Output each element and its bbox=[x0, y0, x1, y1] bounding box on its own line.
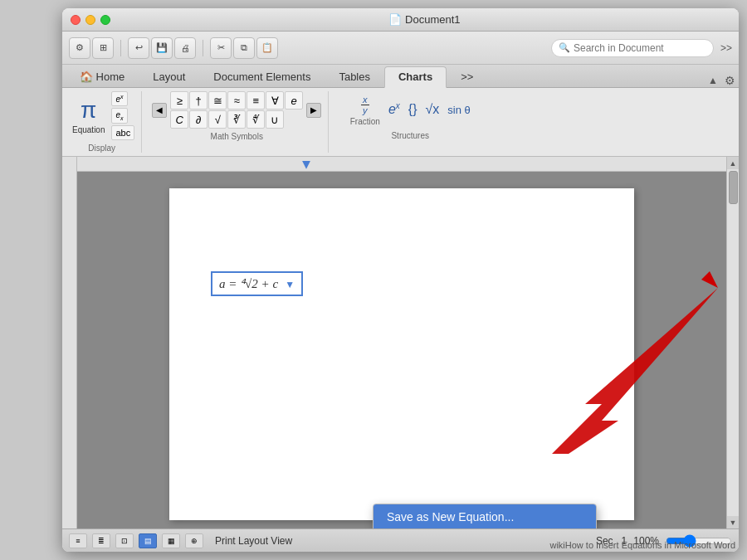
maximize-button[interactable] bbox=[100, 15, 110, 25]
math-sym-partial[interactable]: ∂ bbox=[189, 110, 208, 129]
math-sym-forall[interactable]: ∀ bbox=[266, 91, 284, 110]
toolbar-btn-grid[interactable]: ⊞ bbox=[92, 37, 114, 59]
minimize-button[interactable] bbox=[85, 15, 95, 25]
math-sym-approx[interactable]: ≈ bbox=[227, 91, 246, 110]
view-btn-4-print-layout[interactable]: ▤ bbox=[139, 533, 157, 548]
toolbar-btn-back[interactable]: ↩ bbox=[128, 37, 149, 59]
ribbon-section-math: ◀ ≥ † ≅ ≈ ≡ ∀ e C ∂ √ ∛ ∜ ∪ ▶ M bbox=[152, 91, 329, 153]
equation-box[interactable]: a = ⁴√2 + c ▼ bbox=[211, 271, 303, 296]
view-btn-5[interactable]: ▦ bbox=[162, 533, 180, 548]
watermark: wikiHow to Insert Equations in Microsoft… bbox=[549, 540, 735, 550]
fraction-label: Fraction bbox=[350, 117, 380, 126]
tab-charts[interactable]: Charts bbox=[384, 66, 447, 88]
math-sym-cong[interactable]: ≅ bbox=[208, 91, 227, 110]
ribbon-tabs: 🏠 Home Layout Document Elements Tables C… bbox=[62, 65, 739, 88]
display-item-2[interactable]: ex bbox=[111, 108, 127, 124]
math-sym-4rt[interactable]: ∜ bbox=[247, 110, 265, 129]
math-sym-union[interactable]: ∪ bbox=[266, 110, 284, 129]
struct-braces[interactable]: {} bbox=[405, 100, 421, 119]
view-btn-2[interactable]: ≣ bbox=[92, 533, 110, 548]
struct-items: x y Fraction ex {} √x sin θ bbox=[347, 91, 474, 128]
view-btn-6[interactable]: ⊕ bbox=[185, 533, 203, 548]
equation-label: Equation bbox=[72, 125, 105, 134]
math-nav-left[interactable]: ◀ bbox=[152, 103, 167, 118]
braces-icon: {} bbox=[408, 102, 417, 117]
tab-layout[interactable]: Layout bbox=[139, 66, 199, 87]
toolbar-btn-copy[interactable]: ⧉ bbox=[233, 37, 255, 59]
toolbar-btn-print[interactable]: 🖨 bbox=[174, 37, 196, 59]
ribbon-section-tools: π Equation ex ex abc Display bbox=[69, 91, 142, 153]
scroll-down-btn[interactable]: ▼ bbox=[727, 516, 740, 528]
tab-home[interactable]: 🏠 Home bbox=[66, 66, 139, 87]
ribbon-content: π Equation ex ex abc Display ◀ bbox=[62, 88, 739, 157]
radical-icon: √x bbox=[425, 102, 439, 117]
scroll-up-btn[interactable]: ▲ bbox=[727, 157, 740, 169]
math-nav-right[interactable]: ▶ bbox=[306, 103, 321, 118]
struct-fraction[interactable]: x y Fraction bbox=[347, 91, 383, 128]
content-area: a = ⁴√2 + c ▼ Save as New Equation... Pr… bbox=[77, 157, 726, 528]
search-input[interactable] bbox=[574, 42, 706, 54]
equation-button[interactable]: π Equation bbox=[69, 95, 108, 136]
search-box: 🔍 bbox=[551, 39, 714, 57]
math-sym-equiv[interactable]: ≡ bbox=[247, 91, 265, 110]
tab-document-elements[interactable]: Document Elements bbox=[199, 66, 325, 87]
ribbon-right-controls: ▲ ⚙ bbox=[705, 74, 735, 87]
context-menu: Save as New Equation... Professional Lin… bbox=[373, 504, 597, 528]
view-btn-1[interactable]: ≡ bbox=[69, 533, 87, 548]
ribbon-section-structures: x y Fraction ex {} √x sin θ Struc bbox=[339, 91, 488, 153]
ribbon-collapse-btn[interactable]: ▲ bbox=[705, 75, 721, 86]
right-scrollbar: ▲ ▼ bbox=[726, 157, 739, 528]
separator-1 bbox=[120, 40, 121, 56]
toolbar-expand-btn[interactable]: >> bbox=[720, 42, 732, 54]
toolbar-group-3: ✂ ⧉ 📋 bbox=[210, 37, 278, 59]
struct-trig[interactable]: sin θ bbox=[444, 102, 473, 118]
display-abc[interactable]: abc bbox=[111, 125, 134, 140]
pi-icon: π bbox=[81, 97, 96, 124]
equation-text: a = ⁴√2 + c bbox=[219, 277, 278, 290]
math-sym-cbrt[interactable]: ∛ bbox=[227, 110, 246, 129]
fraction-display: x y bbox=[359, 93, 371, 117]
toolbar: ⚙ ⊞ ↩ 💾 🖨 ✂ ⧉ 📋 🔍 >> bbox=[62, 32, 739, 65]
main-area: a = ⁴√2 + c ▼ Save as New Equation... Pr… bbox=[62, 157, 739, 528]
document-content[interactable]: a = ⁴√2 + c ▼ Save as New Equation... Pr… bbox=[77, 172, 726, 528]
toolbar-btn-save[interactable]: 💾 bbox=[151, 37, 173, 59]
print-layout-label: Print Layout View bbox=[215, 535, 292, 547]
toolbar-group-1: ⚙ ⊞ bbox=[69, 37, 114, 59]
equation-handle[interactable]: ▼ bbox=[285, 279, 295, 290]
scrollbar-track[interactable] bbox=[727, 169, 739, 516]
math-sym-C[interactable]: C bbox=[170, 110, 188, 129]
title-icon: 📄 bbox=[388, 13, 402, 26]
separator-2 bbox=[203, 40, 203, 56]
ruler-tab-indicator bbox=[302, 161, 310, 169]
top-ruler bbox=[77, 157, 726, 172]
tab-more[interactable]: >> bbox=[447, 66, 487, 87]
tab-tables[interactable]: Tables bbox=[325, 66, 384, 87]
ribbon-settings-btn[interactable]: ⚙ bbox=[725, 74, 735, 87]
title-bar: 📄 Document1 bbox=[62, 8, 739, 32]
math-label: Math Symbols bbox=[211, 132, 263, 141]
math-sym-dagger[interactable]: † bbox=[189, 91, 208, 110]
subscript-icon: ex bbox=[115, 110, 123, 121]
math-sym-gte[interactable]: ≥ bbox=[170, 91, 188, 110]
math-sym-e[interactable]: e bbox=[285, 91, 303, 110]
left-ruler bbox=[62, 157, 77, 528]
scrollbar-thumb[interactable] bbox=[729, 171, 738, 204]
math-sym-sqrt[interactable]: √ bbox=[208, 110, 227, 129]
structures-label: Structures bbox=[391, 131, 429, 140]
math-nav: ◀ ≥ † ≅ ≈ ≡ ∀ e C ∂ √ ∛ ∜ ∪ ▶ bbox=[152, 91, 321, 129]
view-btn-3[interactable]: ⊡ bbox=[115, 533, 134, 548]
display-item-1[interactable]: ex bbox=[111, 91, 127, 106]
window-title: 📄 Document1 bbox=[119, 13, 730, 26]
toolbar-group-2: ↩ 💾 🖨 bbox=[128, 37, 196, 59]
trig-icon: sin θ bbox=[447, 104, 470, 116]
toolbar-btn-cut[interactable]: ✂ bbox=[210, 37, 232, 59]
struct-exp[interactable]: ex bbox=[385, 100, 403, 119]
struct-radical[interactable]: √x bbox=[422, 100, 442, 119]
document-page: a = ⁴√2 + c ▼ Save as New Equation... Pr… bbox=[169, 188, 634, 520]
toolbar-btn-customize[interactable]: ⚙ bbox=[69, 37, 90, 59]
ctx-save-equation[interactable]: Save as New Equation... bbox=[374, 504, 596, 528]
tools-items: π Equation ex ex abc bbox=[69, 91, 134, 140]
toolbar-btn-paste[interactable]: 📋 bbox=[256, 37, 278, 59]
search-icon: 🔍 bbox=[559, 42, 570, 53]
close-button[interactable] bbox=[71, 15, 81, 25]
